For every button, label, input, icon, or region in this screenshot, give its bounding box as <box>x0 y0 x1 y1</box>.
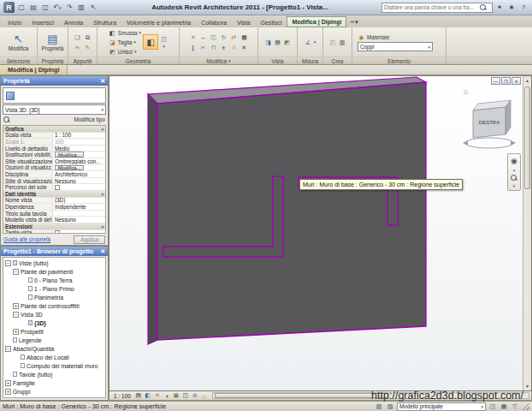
measure-icon[interactable]: ∠ <box>304 39 312 46</box>
close-icon[interactable]: ✕ <box>100 248 105 255</box>
panel-label-misura[interactable]: Misura <box>298 57 322 64</box>
compass-east-arrow-icon[interactable] <box>511 140 516 146</box>
panel-label-appunti[interactable]: Appunti <box>68 57 97 64</box>
property-row[interactable]: Titolo sulla tavola <box>3 211 105 217</box>
delete-icon[interactable]: ✕ <box>240 44 248 51</box>
favorites-icon[interactable]: ★ <box>506 2 517 13</box>
design-option-dropdown[interactable]: Modello principale ▾ <box>397 402 486 411</box>
revit-logo-icon[interactable]: R <box>3 2 15 13</box>
tab-volumetrie[interactable]: Volumetrie e planimetria <box>121 17 196 27</box>
tree-item-active-view[interactable]: {3D} <box>3 319 105 327</box>
scrollbar-thumb[interactable] <box>524 86 530 189</box>
join-geometry-button[interactable]: ◩ Unisci▾ <box>109 47 141 56</box>
tree-item[interactable]: 1 - Piano Primo <box>3 284 105 293</box>
cut-geometry-button[interactable]: ◪ Taglia▾ <box>109 38 141 46</box>
sun-path-icon[interactable]: ☀ <box>153 392 162 400</box>
vertical-scrollbar[interactable]: ▲ ▼ <box>523 76 531 390</box>
trim-icon[interactable]: ⊓ <box>210 44 217 51</box>
steering-wheel-icon[interactable]: ◉ <box>509 156 519 166</box>
collapse-expander-icon[interactable]: − <box>5 260 11 266</box>
type-selector-dropdown[interactable]: Vista 3D: {3D} ▾ <box>3 104 106 115</box>
tree-item[interactable]: +Gruppi <box>3 387 105 396</box>
tree-item[interactable]: −Viste (tutto) <box>3 259 105 267</box>
property-row[interactable]: Nome vista{3D} <box>3 198 105 205</box>
mirror-icon[interactable]: ⇄ <box>230 33 238 41</box>
tab-inserisci[interactable]: Inserisci <box>27 17 59 27</box>
tree-item[interactable]: +Prospetti <box>3 327 105 336</box>
help-search-input[interactable] <box>384 4 478 10</box>
tree-item[interactable]: Abaco dei Locali <box>3 353 105 361</box>
press-drag-icon[interactable]: ▦ <box>499 402 508 411</box>
tab-vista[interactable]: Vista <box>232 17 255 27</box>
scroll-up-icon[interactable]: ▲ <box>523 76 531 85</box>
help-search-box[interactable] <box>381 3 493 13</box>
viewcube-face-label[interactable]: DESTRA <box>479 120 499 125</box>
panel-label-crea[interactable]: Crea <box>323 57 352 64</box>
open-icon[interactable]: ▤ <box>28 2 38 13</box>
new-icon[interactable]: ▢ <box>16 2 27 13</box>
checkbox[interactable] <box>55 185 60 190</box>
section-estensioni[interactable]: Estensioni▴ <box>3 223 105 230</box>
cut-icon[interactable]: ✂ <box>74 44 81 51</box>
shadows-icon[interactable]: ◑ <box>163 392 171 400</box>
zoom-icon[interactable] <box>511 175 517 182</box>
visual-style-icon[interactable]: ◧ <box>144 392 152 400</box>
tree-item[interactable]: Computo dei materiali muro <box>3 361 105 370</box>
temporary-hide-icon[interactable]: ⊘ <box>191 392 199 400</box>
resize-grip[interactable] <box>522 402 529 410</box>
material-dropdown[interactable]: Coppi ▾ <box>358 42 433 51</box>
collapse-expander-icon[interactable]: − <box>5 346 11 352</box>
scrollbar-thumb[interactable] <box>215 393 388 398</box>
paint-tool-button-active[interactable]: ◧ <box>143 34 158 50</box>
tree-item[interactable]: Tavole (tutto) <box>3 370 105 378</box>
tree-item[interactable]: −Vista 3D <box>3 310 105 319</box>
tree-item[interactable]: +Piante dei controsoffitti <box>3 301 105 310</box>
tab-gestisci[interactable]: Gestisci <box>256 17 287 27</box>
help-icon[interactable]: ? <box>518 2 529 13</box>
undo-icon[interactable]: ↶▾ <box>52 2 62 13</box>
scale-icon[interactable]: ± <box>220 44 228 51</box>
compass-west-arrow-icon[interactable] <box>463 140 468 146</box>
close-icon[interactable]: ✕ <box>100 78 105 85</box>
panel-label-geometria[interactable]: Geometria <box>98 57 179 64</box>
hide-element-icon[interactable]: ◨ <box>264 39 272 46</box>
move-icon[interactable]: ↔ <box>199 33 207 41</box>
search-icon[interactable] <box>3 116 10 123</box>
scale-button[interactable]: 1 : 100 <box>111 393 133 399</box>
copy-icon[interactable]: ◫ <box>210 33 217 41</box>
restore-icon[interactable]: ❐ <box>501 77 511 85</box>
search-icon[interactable] <box>480 4 487 11</box>
property-row[interactable]: Scala vista1 : 100 <box>3 133 105 140</box>
viewcube[interactable]: ⌂ DESTRA <box>461 83 517 153</box>
viewcube-compass-ring[interactable] <box>465 138 513 148</box>
cope-button[interactable]: ◧ Smussa▾ <box>109 28 141 37</box>
rotate-icon[interactable]: ↻ <box>220 33 228 41</box>
section-dati-identita[interactable]: Dati identità▴ <box>3 191 105 198</box>
apply-button[interactable]: Applica <box>74 235 105 244</box>
tree-item[interactable]: +Famiglie <box>3 378 105 387</box>
tab-collabora[interactable]: Collabora <box>196 17 232 27</box>
print-icon[interactable]: ▥ <box>76 2 86 13</box>
override-graphics-icon[interactable]: ▤ <box>274 39 281 46</box>
property-row[interactable]: Livello di dettaglioMedio <box>3 146 105 152</box>
wall-side-face[interactable] <box>148 94 157 344</box>
expand-expander-icon[interactable]: + <box>13 303 19 309</box>
subscription-icon[interactable]: ✦ <box>494 2 505 13</box>
tab-struttura[interactable]: Struttura <box>88 17 121 27</box>
linework-icon[interactable]: ◩ <box>283 39 291 46</box>
project-browser-header[interactable]: Progetto1 - Browser di progetto ✕ <box>1 247 108 256</box>
properties-help-link[interactable]: Guida alle proprietà <box>3 236 50 242</box>
edit-button[interactable]: Modifica... <box>55 165 84 171</box>
close-icon[interactable]: ✕ <box>511 77 521 85</box>
panel-label-modifica[interactable]: Modifica▾ <box>180 57 257 64</box>
split-icon[interactable]: ✂ <box>199 44 207 51</box>
expand-expander-icon[interactable]: + <box>5 380 11 386</box>
scroll-down-icon[interactable]: ▼ <box>523 382 531 390</box>
modify-icon[interactable]: ↖ <box>88 2 98 13</box>
tree-item[interactable]: Collegamenti Revit <box>3 396 105 398</box>
match-type-icon[interactable]: ✎ <box>84 44 92 51</box>
redo-icon[interactable]: ↷ <box>64 2 74 13</box>
wall-front-face[interactable] <box>157 82 426 340</box>
array-icon[interactable]: ▦ <box>240 33 248 41</box>
paste-icon[interactable]: ❏ <box>74 33 81 41</box>
